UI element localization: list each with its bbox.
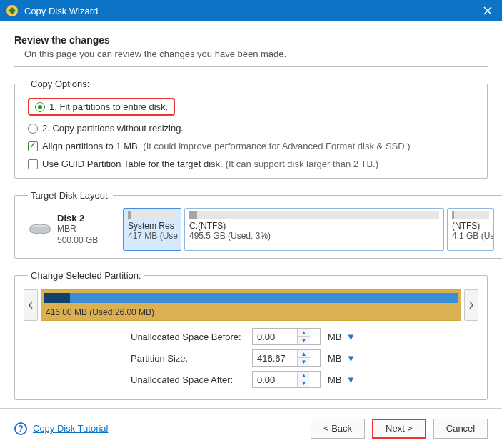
unalloc-after-down[interactable]: ▼ (298, 379, 310, 387)
radio-fit-partitions[interactable] (35, 102, 45, 112)
partition-slider-left[interactable] (24, 289, 38, 321)
unalloc-before-up[interactable]: ▲ (298, 329, 310, 337)
copy-options-legend: Copy Options: (28, 79, 92, 89)
partition-bar (452, 211, 489, 219)
unit-dropdown-3[interactable]: ▼ (346, 374, 356, 384)
disk-size: 500.00 GB (57, 235, 98, 247)
partition-size-value[interactable] (253, 350, 297, 366)
partition-size-input[interactable]: ▲ ▼ (252, 349, 321, 367)
target-disk-layout-legend: Target Disk Layout: (28, 190, 113, 201)
unalloc-after-up[interactable]: ▲ (298, 372, 310, 379)
change-partition-legend: Change Selected Partition: (28, 270, 144, 281)
unalloc-before-down[interactable]: ▼ (298, 337, 310, 344)
partition-0[interactable]: System Res417 MB (Use (123, 208, 181, 251)
partition-slider[interactable]: 416.00 MB (Used:26.00 MB) (41, 289, 461, 321)
disk-info: Disk 2MBR500.00 GB (24, 208, 120, 251)
footer: ? Copy Disk Tutorial < Back Next > Cance… (0, 408, 502, 448)
partition-label: System Res (128, 221, 176, 231)
disk-type: MBR (57, 224, 98, 235)
close-button[interactable] (479, 2, 496, 19)
partition-size-down[interactable]: ▼ (298, 358, 310, 366)
unalloc-after-label: Unallocated Space After: (131, 374, 252, 385)
radio-fit-partitions-label: 1. Fit partitions to entire disk. (49, 101, 168, 112)
highlight-box: 1. Fit partitions to entire disk. (28, 98, 175, 116)
radio-copy-without-resize[interactable] (28, 124, 38, 134)
unit-label: MB (328, 353, 342, 364)
partition-label: (NTFS) (452, 221, 489, 231)
unalloc-after-value[interactable] (253, 372, 297, 387)
change-partition-group: Change Selected Partition: 416.00 MB (Us… (14, 270, 488, 400)
unalloc-after-input[interactable]: ▲ ▼ (252, 371, 321, 388)
partition-slider-caption: 416.00 MB (Used:26.00 MB) (46, 307, 154, 317)
partition-bar (189, 211, 439, 219)
checkbox-align-1mb-label: Align partitions to 1 MB. (42, 141, 140, 151)
unit-label: MB (328, 332, 342, 342)
radio-copy-without-resize-label: 2. Copy partitions without resizing. (42, 123, 184, 134)
unit-dropdown-2[interactable]: ▼ (346, 353, 356, 363)
checkbox-guid-gpt-hint: (It can support disk larger than 2 TB.) (226, 159, 378, 169)
checkbox-align-1mb-hint: (It could improve performance for Advanc… (143, 141, 410, 151)
tutorial-link[interactable]: Copy Disk Tutorial (33, 423, 108, 434)
back-button[interactable]: < Back (311, 419, 365, 439)
partition-size-label: Partition Size: (131, 353, 252, 364)
page-title: Review the changes (14, 34, 488, 46)
checkbox-guid-gpt-label: Use GUID Partition Table for the target … (42, 159, 223, 169)
partition-slider-right[interactable] (464, 289, 478, 321)
unalloc-before-value[interactable] (253, 329, 297, 344)
partition-2[interactable]: (NTFS)4.1 GB (Used (447, 208, 494, 251)
partition-sub: 495.5 GB (Used: 3%) (189, 231, 439, 241)
checkbox-guid-gpt[interactable] (28, 159, 38, 169)
page-subtitle: On this page you can review the changes … (24, 49, 488, 59)
titlebar: Copy Disk Wizard (0, 0, 502, 21)
partition-sub: 417 MB (Use (128, 231, 176, 241)
partition-size-up[interactable]: ▲ (298, 350, 310, 358)
disk-name: Disk 2 (57, 213, 98, 224)
checkbox-align-1mb[interactable] (28, 141, 38, 151)
partition-sub: 4.1 GB (Used (452, 231, 489, 241)
cancel-button[interactable]: Cancel (433, 419, 488, 439)
unit-label: MB (328, 374, 342, 385)
window-title: Copy Disk Wizard (24, 6, 98, 16)
partition-1[interactable]: C:(NTFS)495.5 GB (Used: 3%) (184, 208, 444, 251)
unit-dropdown-1[interactable]: ▼ (346, 332, 356, 342)
divider (14, 66, 488, 67)
target-disk-layout-group: Target Disk Layout: Disk 2MBR500.00 GBSy… (14, 190, 502, 259)
unalloc-before-label: Unallocated Space Before: (131, 332, 252, 342)
next-button[interactable]: Next > (372, 419, 426, 439)
partition-bar (128, 211, 176, 219)
disk-icon (29, 223, 51, 236)
help-icon[interactable]: ? (14, 422, 27, 435)
partition-label: C:(NTFS) (189, 221, 439, 231)
app-icon (6, 4, 19, 17)
unalloc-before-input[interactable]: ▲ ▼ (252, 328, 321, 345)
copy-options-group: Copy Options: 1. Fit partitions to entir… (14, 79, 488, 179)
